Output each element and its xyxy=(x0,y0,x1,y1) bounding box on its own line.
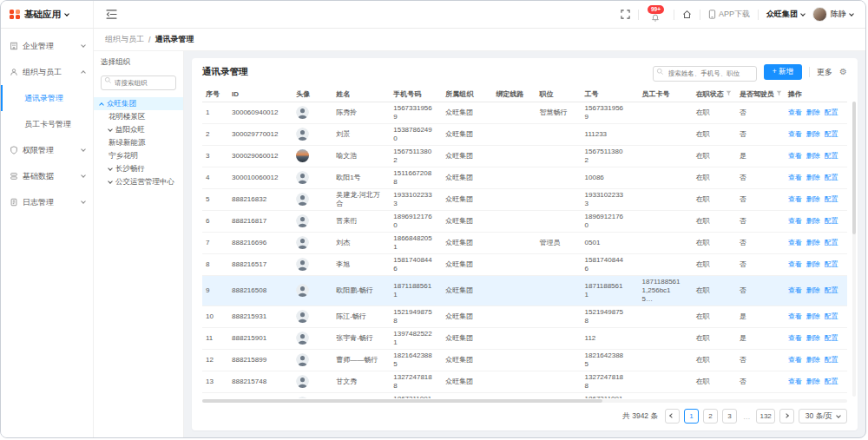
config-link[interactable]: 配置 xyxy=(825,239,838,246)
sidebar-item-enterprise[interactable]: 企业管理 xyxy=(1,33,93,59)
add-button[interactable]: + 新增 xyxy=(764,64,802,80)
cell-position xyxy=(536,305,581,327)
page-button-3[interactable]: 3 xyxy=(722,409,737,424)
config-link[interactable]: 配置 xyxy=(825,356,838,364)
cell-text: 19331022333 xyxy=(585,191,623,208)
view-link[interactable]: 查看 xyxy=(788,195,802,203)
tree-node[interactable]: 长沙畅行 xyxy=(94,162,183,175)
sidebar-collapse-icon[interactable] xyxy=(106,10,117,19)
cell-text: 888216517 xyxy=(232,260,289,268)
org-search-input[interactable] xyxy=(101,76,176,90)
tree-node[interactable]: 宁乡花明 xyxy=(94,149,183,162)
delete-link[interactable]: 删除 xyxy=(806,260,820,268)
home-icon[interactable] xyxy=(682,10,692,19)
scrollbar-thumb[interactable] xyxy=(852,102,856,234)
config-link[interactable]: 配置 xyxy=(825,108,838,116)
config-link[interactable]: 配置 xyxy=(825,195,838,203)
view-link[interactable]: 查看 xyxy=(788,378,802,385)
config-link[interactable]: 配置 xyxy=(825,152,838,160)
config-link[interactable]: 配置 xyxy=(825,286,838,294)
cell-phone: 19331022333 xyxy=(390,188,442,210)
fullscreen-icon[interactable] xyxy=(621,10,630,19)
tree-node[interactable]: 益阳众旺 xyxy=(94,123,183,136)
workspace-selector[interactable]: 众旺集团 xyxy=(766,9,805,20)
column-header-5: 手机号码 xyxy=(390,87,442,102)
view-link[interactable]: 查看 xyxy=(788,286,802,294)
filter-icon[interactable] xyxy=(726,90,732,96)
user-menu[interactable]: 陈静 xyxy=(812,7,853,22)
tree-node-label: 众旺集团 xyxy=(107,99,136,109)
tree-node[interactable]: 众旺集团 xyxy=(94,97,183,110)
page-size-select[interactable]: 30 条/页 xyxy=(799,409,847,424)
cell-text: 众旺集团 xyxy=(445,259,489,269)
cell-text: 喻文浩 xyxy=(336,152,386,161)
sidebar-item-permission[interactable]: 权限管理 xyxy=(1,137,93,163)
horizontal-scrollbar[interactable] xyxy=(202,399,847,403)
delete-link[interactable]: 删除 xyxy=(806,195,820,203)
view-link[interactable]: 查看 xyxy=(788,312,802,320)
sidebar-item-base-data[interactable]: 基础数据 xyxy=(1,163,93,189)
view-link[interactable]: 查看 xyxy=(788,217,802,225)
config-link[interactable]: 配置 xyxy=(825,130,838,138)
cell-id: 888216832 xyxy=(228,188,293,210)
topbar-main: 99+ APP下载 众旺集团 xyxy=(94,1,865,28)
tree-node[interactable]: 花明楼景区 xyxy=(94,110,183,123)
delete-link[interactable]: 删除 xyxy=(806,334,820,342)
page-button-2[interactable]: 2 xyxy=(703,409,718,424)
table-row: 8888216517李旭15817408446众旺集团15817408446在职… xyxy=(202,253,847,275)
more-button[interactable]: 更多 xyxy=(817,67,832,78)
view-link[interactable]: 查看 xyxy=(788,108,802,116)
cell-text: 15387862490 xyxy=(393,126,431,143)
tree-node[interactable]: 公交运营管理中心 xyxy=(94,175,183,188)
delete-link[interactable]: 删除 xyxy=(806,174,820,181)
app-download-button[interactable]: APP下载 xyxy=(708,9,750,20)
tree-node-label: 益阳众旺 xyxy=(115,125,145,135)
page-button-132[interactable]: 132 xyxy=(756,409,774,424)
tree-node[interactable]: 新绿新能源 xyxy=(94,136,183,149)
config-link[interactable]: 配置 xyxy=(825,260,838,268)
view-link[interactable]: 查看 xyxy=(788,174,802,181)
table-search-input[interactable] xyxy=(653,66,757,82)
sidebar-subitem-employee-card[interactable]: 员工卡号管理 xyxy=(1,111,93,137)
config-link[interactable]: 配置 xyxy=(825,378,838,385)
sidebar-item-org-staff[interactable]: 组织与员工 xyxy=(1,59,93,85)
table-body: 1300060940012陈秀拎15673319569众旺集团智慧畅行15673… xyxy=(202,102,847,398)
notification-bell-icon[interactable]: 99+ xyxy=(647,8,666,22)
delete-link[interactable]: 删除 xyxy=(806,130,820,138)
delete-link[interactable]: 删除 xyxy=(806,356,820,364)
next-page-button[interactable] xyxy=(779,409,794,424)
scrollbar-thumb[interactable] xyxy=(202,399,602,403)
delete-link[interactable]: 删除 xyxy=(806,312,820,320)
delete-link[interactable]: 删除 xyxy=(806,217,820,225)
breadcrumb-parent[interactable]: 组织与员工 xyxy=(105,34,144,45)
view-link[interactable]: 查看 xyxy=(788,239,802,246)
delete-link[interactable]: 删除 xyxy=(806,286,820,294)
cell-org: 众旺集团 xyxy=(442,102,492,123)
filter-icon[interactable] xyxy=(776,90,782,96)
config-link[interactable]: 配置 xyxy=(825,217,838,225)
sidebar-item-log[interactable]: 日志管理 xyxy=(1,189,93,215)
cell-text: 6 xyxy=(206,217,225,225)
cell-org: 众旺集团 xyxy=(442,392,492,398)
cell-id: 888215899 xyxy=(228,349,293,371)
delete-link[interactable]: 删除 xyxy=(806,239,820,246)
view-link[interactable]: 查看 xyxy=(788,152,802,160)
view-link[interactable]: 查看 xyxy=(788,260,802,268)
gear-icon[interactable]: ⚙ xyxy=(839,68,847,76)
app-switcher[interactable]: 基础应用 xyxy=(1,1,94,28)
sidebar-subitem-contacts[interactable]: 通讯录管理 xyxy=(1,85,93,111)
view-link[interactable]: 查看 xyxy=(788,334,802,342)
config-link[interactable]: 配置 xyxy=(825,312,838,320)
org-panel: 选择组织 众旺集团花明楼景区益阳众旺新绿新能源宁乡花明长沙畅行公交运营管理中心 xyxy=(94,51,184,437)
column-header-13: 操作 xyxy=(785,87,847,102)
vertical-scrollbar[interactable] xyxy=(852,102,856,397)
page-button-1[interactable]: 1 xyxy=(684,409,699,424)
delete-link[interactable]: 删除 xyxy=(806,378,820,385)
view-link[interactable]: 查看 xyxy=(788,356,802,364)
delete-link[interactable]: 删除 xyxy=(806,152,820,160)
view-link[interactable]: 查看 xyxy=(788,130,802,138)
config-link[interactable]: 配置 xyxy=(825,174,838,181)
prev-page-button[interactable] xyxy=(665,409,680,424)
config-link[interactable]: 配置 xyxy=(825,334,838,342)
delete-link[interactable]: 删除 xyxy=(806,108,820,116)
